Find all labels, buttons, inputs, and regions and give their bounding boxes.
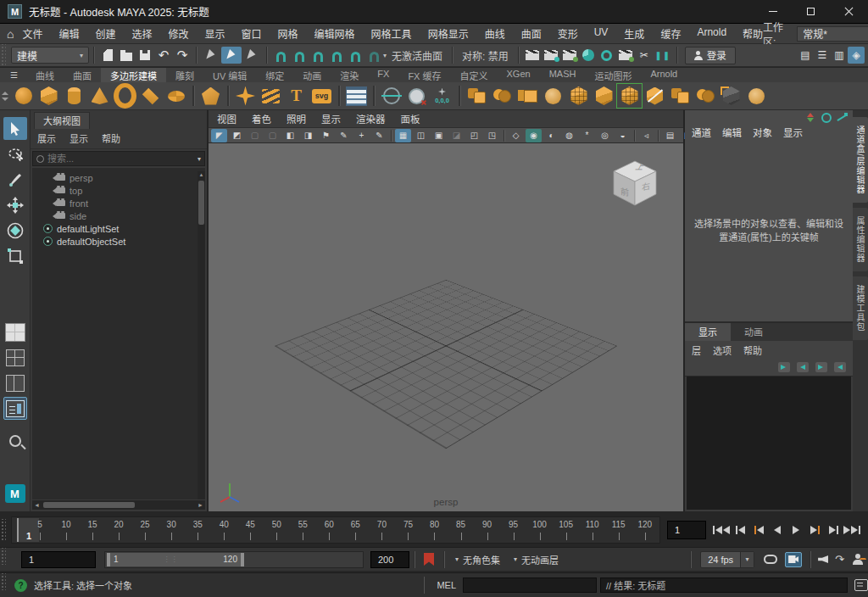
menu-item[interactable]: 变形 xyxy=(558,26,578,41)
create-layer-from-selected-icon[interactable] xyxy=(834,362,846,372)
use-all-lights-icon[interactable]: ◍ xyxy=(561,129,577,142)
layer-editor-tab[interactable]: 动画 xyxy=(731,323,776,341)
current-time-field[interactable]: 1 xyxy=(667,521,706,539)
outliner-camera-item[interactable]: top xyxy=(32,184,205,197)
snap-view-plane-icon[interactable] xyxy=(346,46,364,64)
script-editor-icon[interactable] xyxy=(854,579,868,591)
outliner-set-item[interactable]: defaultObjectSet xyxy=(32,235,205,248)
separate-icon[interactable] xyxy=(491,85,514,107)
timeslider-grip[interactable] xyxy=(0,519,6,541)
textured-mode-icon[interactable]: ◐ xyxy=(543,129,559,142)
polygon-disc-icon[interactable] xyxy=(164,85,187,107)
menu-item[interactable]: 创建 xyxy=(96,26,116,41)
shelf-icon[interactable] xyxy=(373,86,375,106)
combine-icon[interactable] xyxy=(465,85,488,107)
single-pane-layout-button[interactable] xyxy=(3,321,27,343)
boolean-union-icon[interactable] xyxy=(516,85,539,107)
film-gate-icon[interactable]: ▦ xyxy=(395,129,411,142)
select-object-icon[interactable] xyxy=(221,47,242,64)
menu-item[interactable]: 曲线 xyxy=(485,26,505,41)
motion-blur-icon[interactable]: ◒ xyxy=(615,129,631,142)
reset-transform-icon[interactable] xyxy=(405,85,428,107)
new-scene-icon[interactable] xyxy=(98,46,117,64)
search-caret-icon[interactable]: ▾ xyxy=(198,155,201,163)
menu-item[interactable]: UV xyxy=(594,26,609,41)
scroll-up-icon[interactable]: ▲ xyxy=(198,171,205,179)
viewport-toolbar-icon[interactable] xyxy=(504,130,504,142)
scroll-left-icon[interactable]: ◄ xyxy=(32,502,42,508)
viewport-slot2-icon[interactable]: ▢ xyxy=(264,129,281,142)
audio-icon[interactable] xyxy=(818,555,828,563)
snap-point-icon[interactable] xyxy=(309,46,327,64)
shelf-tab[interactable]: FX xyxy=(368,68,398,83)
arnold-render-icon[interactable] xyxy=(579,46,598,64)
field-chart-icon[interactable]: ◪ xyxy=(448,129,465,142)
polygon-cylinder-icon[interactable] xyxy=(63,85,86,107)
layer-editor-menu-item[interactable]: 帮助 xyxy=(743,343,762,357)
pause-viewport-icon[interactable]: ❚❚ xyxy=(654,46,672,64)
side-tab[interactable]: 属性编辑器 xyxy=(853,208,868,271)
redo-icon[interactable]: ↷ xyxy=(173,46,192,64)
wireframe-icon[interactable]: ◇ xyxy=(508,129,524,142)
shelf-tab[interactable]: 渲染 xyxy=(331,68,368,83)
menu-item[interactable]: 修改 xyxy=(169,26,189,41)
channel-box-menu-item[interactable]: 编辑 xyxy=(722,126,742,139)
toggle-tool-settings-icon[interactable]: ☰ xyxy=(814,47,831,64)
move-layer-down-icon[interactable] xyxy=(797,362,809,372)
outliner-vertical-scrollbar[interactable]: ▲ xyxy=(198,171,205,499)
gate-mask-icon[interactable]: ▣ xyxy=(431,129,447,142)
range-drag-grip[interactable]: ⋮⋮ xyxy=(122,555,220,563)
search-input[interactable] xyxy=(47,153,194,164)
shelf-tab[interactable]: Arnold xyxy=(641,68,687,83)
render-settings-icon[interactable] xyxy=(598,46,616,64)
lasso-tool-button[interactable] xyxy=(3,142,27,165)
channel-graph-icon[interactable] xyxy=(837,113,848,122)
move-layer-up-icon[interactable] xyxy=(778,362,790,372)
four-view-layout-button[interactable] xyxy=(3,346,27,369)
playback-loop-icon[interactable] xyxy=(764,555,777,564)
layer-editor-menu-item[interactable]: 层 xyxy=(692,343,701,357)
menu-item[interactable]: 网格显示 xyxy=(428,26,469,41)
character-set-selector[interactable]: ▾ 无角色集 xyxy=(455,553,500,566)
polygon-torus-icon[interactable] xyxy=(114,85,136,107)
menu-item[interactable]: 缓存 xyxy=(660,26,681,41)
menu-item[interactable]: 网格 xyxy=(278,26,298,41)
show-manipulator-icon[interactable] xyxy=(380,85,403,107)
outliner-camera-item[interactable]: side xyxy=(32,209,205,222)
polygon-cone-icon[interactable] xyxy=(88,85,111,107)
playback-range-bar[interactable]: 1 ⋮⋮ 120 xyxy=(107,553,244,566)
move-tool-button[interactable] xyxy=(3,193,27,216)
menu-item[interactable]: 生成 xyxy=(624,26,644,41)
two-pane-layout-button[interactable] xyxy=(3,371,27,394)
range-end-handle[interactable] xyxy=(241,553,244,566)
super-shape-icon[interactable] xyxy=(234,85,257,107)
animation-end-field[interactable]: 200 xyxy=(370,551,409,568)
outliner-camera-item[interactable]: front xyxy=(32,197,205,209)
scale-tool-button[interactable] xyxy=(3,244,27,267)
polygon-sphere-icon[interactable] xyxy=(12,85,35,107)
step-forward-frame-button[interactable] xyxy=(825,522,842,538)
scroll-right-icon[interactable]: ► xyxy=(196,502,205,508)
shelf-icon[interactable] xyxy=(192,86,194,106)
shelf-tab[interactable]: 曲面 xyxy=(64,68,101,83)
viewport-slot-icon[interactable]: ▢ xyxy=(247,129,263,142)
snap-grid-icon[interactable] xyxy=(271,46,290,64)
shelf-scroll-arrows[interactable] xyxy=(2,92,8,101)
layer-editor-tab[interactable]: 显示 xyxy=(685,323,731,341)
range-slider-track[interactable]: 1 ⋮⋮ 120 xyxy=(104,551,364,568)
shelf-tab[interactable]: 雕刻 xyxy=(166,68,203,83)
snap-projected-center-icon[interactable] xyxy=(327,46,346,64)
menu-set-selector[interactable]: 建模 ▾ xyxy=(11,47,89,64)
platonic-solid-icon[interactable] xyxy=(199,85,222,107)
undo-icon[interactable]: ↶ xyxy=(154,46,173,64)
target-weld-icon[interactable] xyxy=(669,85,692,107)
sidebar-toggle-active-icon[interactable]: ◈ xyxy=(848,47,865,64)
xray-icon[interactable]: ▤ xyxy=(662,129,678,142)
outliner-camera-item[interactable]: persp xyxy=(32,171,205,184)
outliner-menu-item[interactable]: 帮助 xyxy=(102,131,120,145)
side-tab[interactable]: 通道盒/层编辑器 xyxy=(853,117,868,203)
save-scene-icon[interactable] xyxy=(136,46,154,64)
extrude-icon[interactable] xyxy=(593,85,615,107)
shelf-tab[interactable]: 曲线 xyxy=(26,68,64,83)
paint-select-tool-button[interactable] xyxy=(3,168,27,191)
